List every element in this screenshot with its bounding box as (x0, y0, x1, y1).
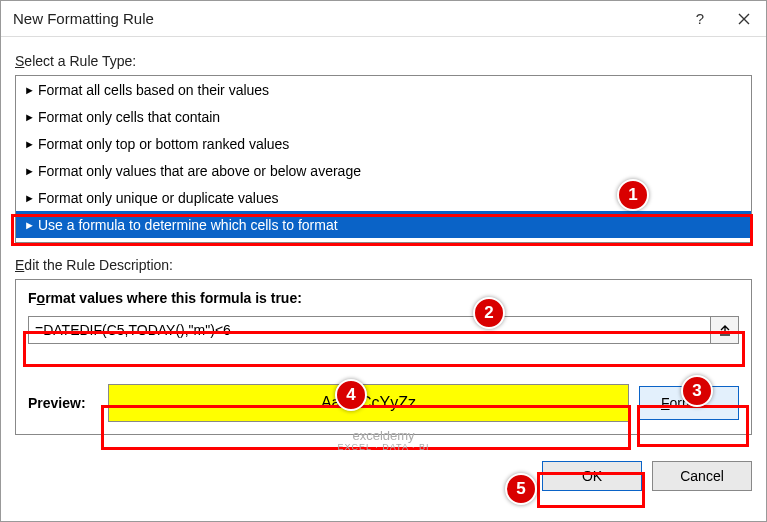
bullet-icon: ► (24, 192, 38, 204)
cancel-button[interactable]: Cancel (652, 461, 752, 491)
rule-type-item[interactable]: ►Format only cells that contain (16, 103, 751, 130)
edit-rule-description-box: Format values where this formula is true… (15, 279, 752, 435)
close-button[interactable] (722, 1, 766, 37)
rule-type-item[interactable]: ►Format only top or bottom ranked values (16, 130, 751, 157)
ok-button[interactable]: OK (542, 461, 642, 491)
rule-type-label: Use a formula to determine which cells t… (38, 217, 338, 233)
bullet-icon: ► (24, 138, 38, 150)
range-picker-icon (718, 323, 732, 337)
format-values-label: Format values where this formula is true… (28, 290, 739, 306)
bullet-icon: ► (24, 219, 38, 231)
range-picker-button[interactable] (711, 316, 739, 344)
preview-sample: AaBbCcYyZz (108, 384, 629, 422)
bullet-icon: ► (24, 111, 38, 123)
dialog-title: New Formatting Rule (13, 10, 678, 27)
close-icon (738, 13, 750, 25)
rule-type-item[interactable]: ►Format only unique or duplicate values (16, 184, 751, 211)
preview-text: AaBbCcYyZz (321, 394, 416, 412)
title-bar: New Formatting Rule ? (1, 1, 766, 37)
select-rule-type-label: Select a Rule Type: (15, 53, 752, 69)
rule-type-list[interactable]: ►Format all cells based on their values … (15, 75, 752, 243)
rule-type-label: Format only values that are above or bel… (38, 163, 361, 179)
preview-label: Preview: (28, 395, 98, 411)
rule-type-label: Format only top or bottom ranked values (38, 136, 289, 152)
bullet-icon: ► (24, 165, 38, 177)
dialog-button-row: OK Cancel (1, 447, 766, 491)
rule-type-item-selected[interactable]: ►Use a formula to determine which cells … (16, 211, 751, 238)
formula-input[interactable] (28, 316, 711, 344)
format-button[interactable]: Format... (639, 386, 739, 420)
rule-type-label: Format only unique or duplicate values (38, 190, 278, 206)
dialog-new-formatting-rule: New Formatting Rule ? Select a Rule Type… (0, 0, 767, 522)
rule-type-label: Format all cells based on their values (38, 82, 269, 98)
dialog-content: Select a Rule Type: ►Format all cells ba… (1, 37, 766, 447)
edit-rule-description-label: Edit the Rule Description: (15, 257, 752, 273)
bullet-icon: ► (24, 84, 38, 96)
rule-type-label: Format only cells that contain (38, 109, 220, 125)
help-button[interactable]: ? (678, 1, 722, 37)
formula-row (28, 316, 739, 344)
rule-type-item[interactable]: ►Format all cells based on their values (16, 76, 751, 103)
preview-row: Preview: AaBbCcYyZz Format... (28, 384, 739, 422)
rule-type-item[interactable]: ►Format only values that are above or be… (16, 157, 751, 184)
